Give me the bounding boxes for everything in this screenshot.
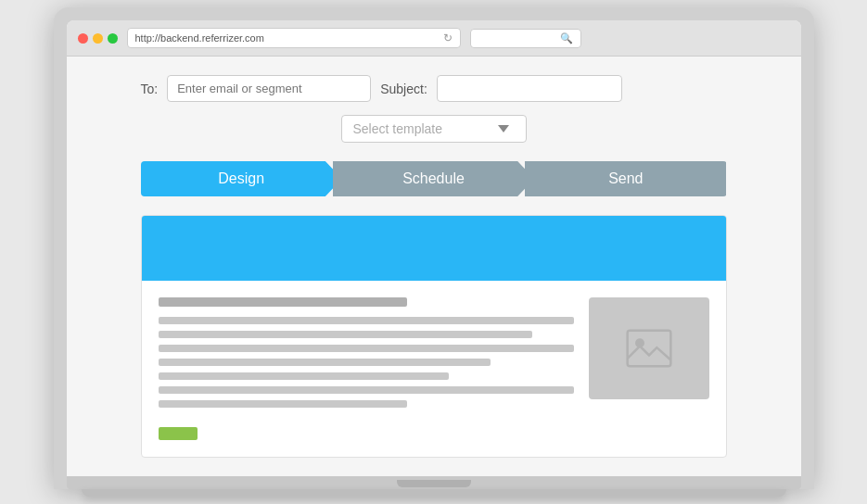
text-line-3: [159, 345, 574, 352]
text-line-7: [159, 400, 408, 408]
traffic-lights: [78, 33, 118, 44]
close-button[interactable]: [78, 33, 88, 44]
laptop-body: http://backend.referrizer.com ↻ 🔍 To: Su…: [54, 7, 814, 489]
laptop-screen: http://backend.referrizer.com ↻ 🔍 To: Su…: [67, 20, 801, 476]
image-placeholder: [589, 297, 709, 399]
email-preview: [141, 215, 727, 458]
laptop-container: http://backend.referrizer.com ↻ 🔍 To: Su…: [35, 7, 833, 497]
text-line-6: [159, 386, 574, 394]
url-bar[interactable]: http://backend.referrizer.com ↻: [127, 28, 461, 48]
step-design-label: Design: [218, 170, 264, 186]
to-label: To:: [141, 82, 159, 96]
step-send-label: Send: [608, 170, 643, 186]
email-form: To: Subject:: [141, 75, 727, 102]
template-select-dropdown[interactable]: Select template: [341, 115, 527, 143]
steps-row: Design Schedule Send: [141, 161, 727, 196]
page-content: To: Subject: Select template Design: [67, 57, 801, 476]
text-line-2: [159, 331, 532, 338]
dropdown-arrow-icon: [498, 125, 509, 132]
text-line-5: [159, 372, 450, 380]
laptop-foot: [82, 489, 786, 497]
svg-rect-0: [627, 331, 670, 366]
laptop-notch: [397, 480, 471, 487]
text-line-title: [159, 297, 408, 307]
green-tag: [159, 427, 198, 440]
email-header-band: [142, 216, 726, 281]
template-row: Select template: [141, 115, 727, 143]
text-line-1: [159, 317, 574, 324]
email-text-column: [159, 297, 574, 440]
subject-input[interactable]: [437, 75, 622, 102]
browser-search-bar[interactable]: 🔍: [470, 29, 581, 48]
text-line-4: [159, 359, 491, 366]
template-select-label: Select template: [353, 121, 443, 136]
subject-label: Subject:: [380, 82, 427, 96]
step-design[interactable]: Design: [141, 161, 342, 196]
to-input[interactable]: [167, 75, 371, 102]
image-icon: [626, 325, 672, 372]
refresh-icon[interactable]: ↻: [443, 32, 453, 44]
browser-bar: http://backend.referrizer.com ↻ 🔍: [67, 20, 801, 57]
maximize-button[interactable]: [108, 33, 118, 44]
url-text: http://backend.referrizer.com: [135, 32, 264, 44]
minimize-button[interactable]: [93, 33, 103, 44]
step-schedule-label: Schedule: [402, 170, 465, 186]
email-image-column: [589, 297, 709, 440]
search-icon: 🔍: [560, 32, 573, 44]
step-schedule[interactable]: Schedule: [333, 161, 534, 196]
email-body: [142, 281, 726, 457]
laptop-base: [67, 476, 801, 489]
step-send[interactable]: Send: [525, 161, 726, 196]
